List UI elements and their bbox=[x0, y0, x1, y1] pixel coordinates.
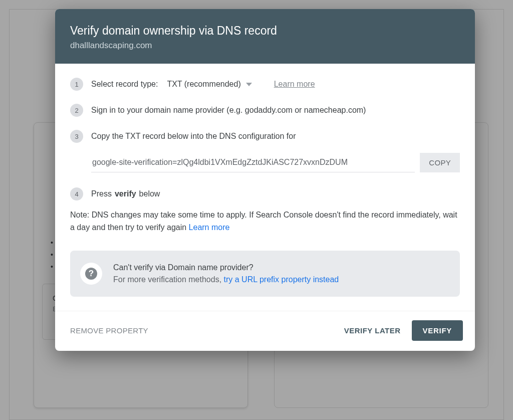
step-number: 2 bbox=[70, 104, 83, 117]
alt-sub-pre: For more verification methods, bbox=[113, 275, 224, 284]
dialog-title: Verify domain ownership via DNS record bbox=[70, 24, 460, 38]
step-number: 3 bbox=[70, 130, 83, 143]
help-icon: ? bbox=[85, 268, 97, 280]
alt-text: Can't verify via Domain name provider? F… bbox=[113, 262, 339, 286]
step-2: 2 Sign in to your domain name provider (… bbox=[70, 104, 460, 117]
step-4-post: below bbox=[139, 189, 160, 198]
step-4-text: Press verify below bbox=[91, 189, 160, 198]
learn-more-link[interactable]: Learn more bbox=[274, 80, 315, 89]
step-1: 1 Select record type: TXT (recommended) … bbox=[70, 78, 460, 91]
cant-verify-box: ? Can't verify via Domain name provider?… bbox=[70, 251, 460, 297]
alt-title: Can't verify via Domain name provider? bbox=[113, 262, 339, 274]
verify-button[interactable]: VERIFY bbox=[412, 320, 463, 341]
dialog-body: 1 Select record type: TXT (recommended) … bbox=[55, 64, 475, 311]
learn-more-link-blue[interactable]: Learn more bbox=[189, 223, 230, 232]
txt-record-row: COPY bbox=[91, 153, 460, 172]
url-prefix-link[interactable]: try a URL prefix property instead bbox=[224, 275, 339, 284]
step-3: 3 Copy the TXT record below into the DNS… bbox=[70, 130, 460, 143]
dialog-domain: dhalllandscaping.com bbox=[70, 41, 460, 51]
alt-subtitle: For more verification methods, try a URL… bbox=[113, 274, 339, 286]
help-icon-circle: ? bbox=[80, 263, 102, 285]
verify-domain-dialog: Verify domain ownership via DNS record d… bbox=[55, 9, 475, 351]
dialog-header: Verify domain ownership via DNS record d… bbox=[55, 9, 475, 64]
step-3-text: Copy the TXT record below into the DNS c… bbox=[91, 132, 296, 141]
step-1-content: Select record type: TXT (recommended) Le… bbox=[91, 80, 315, 89]
chevron-down-icon bbox=[246, 83, 252, 86]
note-text: Note: DNS changes may take some time to … bbox=[70, 211, 457, 232]
dns-note: Note: DNS changes may take some time to … bbox=[70, 208, 460, 234]
step-4-bold: verify bbox=[115, 189, 136, 198]
copy-button[interactable]: COPY bbox=[420, 153, 460, 172]
step-number: 1 bbox=[70, 78, 83, 91]
record-type-dropdown[interactable]: TXT (recommended) bbox=[167, 80, 251, 89]
step-4-pre: Press bbox=[91, 189, 112, 198]
step-2-text: Sign in to your domain name provider (e.… bbox=[91, 106, 366, 115]
dialog-footer: REMOVE PROPERTY VERIFY LATER VERIFY bbox=[55, 311, 475, 351]
verify-later-button[interactable]: VERIFY LATER bbox=[344, 326, 401, 335]
txt-record-input[interactable] bbox=[91, 153, 415, 172]
step-number: 4 bbox=[70, 187, 83, 200]
record-type-value: TXT (recommended) bbox=[167, 80, 240, 89]
step-4: 4 Press verify below bbox=[70, 187, 460, 200]
remove-property-button[interactable]: REMOVE PROPERTY bbox=[70, 326, 148, 335]
step-1-label: Select record type: bbox=[91, 80, 158, 89]
